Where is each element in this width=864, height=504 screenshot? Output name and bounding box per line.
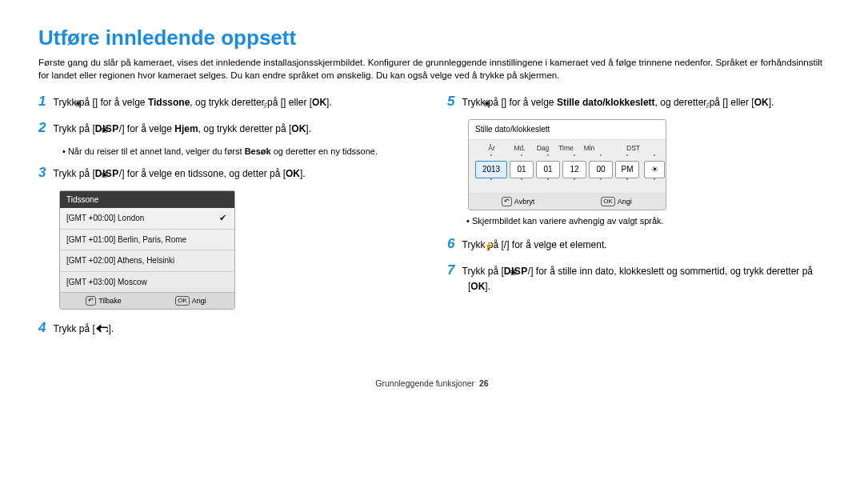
dt-hour-value: 12: [562, 161, 586, 178]
dt-year-value: 2013: [475, 161, 507, 178]
step-text: ].: [306, 123, 311, 134]
dt-title: Stille dato/klokkeslett: [469, 120, 666, 140]
dt-label: År: [475, 144, 508, 153]
ok-icon: OK: [286, 168, 300, 179]
dt-label: Time: [554, 144, 578, 153]
dt-col-month[interactable]: ˄ 01 ˅: [510, 154, 534, 185]
step-number: 3: [38, 165, 46, 180]
step-bold: Hjem: [174, 123, 198, 134]
chevron-down-icon[interactable]: ˅: [490, 178, 493, 185]
button-label: Tilbake: [98, 296, 122, 306]
step-text: , og deretter på [: [655, 97, 726, 108]
dt-col-hour[interactable]: ˄ 12 ˅: [562, 154, 586, 185]
button-label: Angi: [192, 296, 206, 306]
step-5: 5 Trykk på [❀] for å velge Stille dato/k…: [447, 93, 826, 111]
back-button[interactable]: ↶Tilbake: [60, 293, 147, 309]
dt-label: Md.: [508, 144, 531, 153]
chevron-down-icon[interactable]: ˅: [520, 178, 523, 185]
chevron-up-icon[interactable]: ˄: [653, 154, 656, 161]
step-text: ].: [769, 97, 774, 108]
chevron-down-icon[interactable]: ˅: [599, 178, 602, 185]
tz-title: Tidssone: [60, 191, 234, 209]
dt-label: Dag: [531, 144, 554, 153]
chevron-up-icon[interactable]: ˄: [520, 154, 523, 161]
footer-section: Grunnleggende funksjoner: [375, 378, 474, 388]
tz-row[interactable]: [GMT +00:00] London: [60, 208, 234, 230]
step-number: 6: [447, 236, 454, 251]
page-footer: Grunnleggende funksjoner 26: [38, 378, 826, 389]
step-number: 7: [447, 262, 454, 278]
chevron-up-icon[interactable]: ˄: [546, 154, 550, 161]
step-text: ].: [485, 281, 490, 292]
step-1: 1 Trykk på [❀] for å velge Tidssone, og …: [38, 93, 417, 111]
step-text: ] for å velge: [504, 97, 557, 108]
button-label: Avbryt: [514, 197, 534, 206]
bullet-bold: Besøk: [245, 146, 271, 156]
ok-icon: OK: [312, 97, 326, 108]
dt-day-value: 01: [536, 161, 560, 178]
chevron-up-icon[interactable]: ˄: [599, 154, 602, 161]
angi-button[interactable]: OKAngi: [567, 194, 666, 210]
dt-labels: År Md. Dag Time Min DST: [475, 144, 659, 154]
dt-col-year[interactable]: ˄ 2013 ˅: [475, 154, 507, 185]
chevron-down-icon[interactable]: ˅: [653, 178, 656, 185]
left-column: 1 Trykk på [❀] for å velge Tidssone, og …: [38, 93, 417, 346]
step-bold: Tidssone: [148, 97, 190, 108]
step-text: ] for å velge: [95, 97, 148, 108]
tz-row[interactable]: [GMT +02:00] Athens, Helsinki: [60, 250, 234, 272]
dt-ampm-value: PM: [615, 161, 639, 178]
button-label: Angi: [618, 197, 632, 206]
step-text: ].: [326, 97, 332, 108]
angi-button[interactable]: OKAngi: [147, 293, 234, 309]
step-text: , og trykk deretter på [: [198, 123, 292, 134]
note-text: Skjermbildet kan variere avhengig av val…: [472, 216, 664, 226]
dt-label: [601, 144, 624, 153]
step-text: ] for å velge: [122, 123, 174, 134]
dt-dst-value: ☀: [644, 161, 665, 178]
step-text: Trykk på [: [462, 266, 504, 277]
right-column: 5 Trykk på [❀] for å velge Stille dato/k…: [447, 93, 826, 346]
step-text: Trykk på [: [54, 168, 95, 179]
dt-col-dst[interactable]: ˄ ☀ ˅: [644, 154, 665, 185]
back-icon: ↶: [86, 296, 96, 306]
dt-col-day[interactable]: ˄ 01 ˅: [536, 154, 560, 185]
step-4: 4 Trykk på [].: [38, 319, 417, 338]
step-text: ] for å velge et element.: [506, 239, 606, 250]
step-text: Trykk på [: [54, 123, 95, 134]
step-2: 2 Trykk på [DISP/❀] for å velge Hjem, og…: [38, 119, 417, 138]
dt-col-min[interactable]: ˄ 00 ˅: [589, 154, 613, 185]
chevron-down-icon[interactable]: ˅: [573, 178, 576, 185]
bullet-post: og deretter en ny tidssone.: [271, 146, 378, 156]
step-2-bullet: • Når du reiser til et annet land, velge…: [38, 146, 417, 158]
back-icon: [95, 325, 109, 333]
chevron-down-icon[interactable]: ˅: [546, 178, 550, 185]
step-text: ] eller [: [283, 97, 312, 108]
step-number: 2: [38, 120, 46, 135]
step-bold: Stille dato/klokkeslett: [557, 97, 655, 108]
page-title: Utføre innledende oppsett: [38, 24, 826, 52]
step-text: Trykk på [: [54, 323, 95, 334]
step-3: 3 Trykk på [DISP/❀] for å velge en tidss…: [38, 164, 417, 182]
step-text: ] for å velge en tidssone, og detter på …: [122, 168, 286, 179]
back-icon: ↶: [502, 197, 512, 207]
chevron-down-icon[interactable]: ˅: [626, 178, 629, 185]
step-6: 6 Trykk på [⚡/ٷ] for å velge et element.: [447, 235, 826, 254]
footer-page-number: 26: [479, 378, 489, 388]
cancel-button[interactable]: ↶Avbryt: [469, 194, 567, 210]
chevron-up-icon[interactable]: ˄: [626, 154, 629, 161]
step-7: 7 Trykk på [DISP/❀] for å stille inn dat…: [447, 262, 826, 293]
chevron-up-icon[interactable]: ˄: [573, 154, 576, 161]
step-text: ] eller [: [726, 97, 754, 108]
bullet-pre: Når du reiser til et annet land, velger …: [68, 146, 245, 156]
step-number: 4: [38, 320, 46, 335]
ok-icon: OK: [291, 123, 306, 134]
step-number: 1: [38, 94, 46, 109]
dt-note: • Skjermbildet kan variere avhengig av v…: [447, 215, 826, 227]
tz-row[interactable]: [GMT +01:00] Berlin, Paris, Rome: [60, 230, 234, 251]
chevron-up-icon[interactable]: ˄: [490, 154, 493, 161]
ok-icon: OK: [470, 281, 485, 292]
tz-row[interactable]: [GMT +03:00] Moscow: [60, 272, 234, 293]
intro-text: Første gang du slår på kameraet, vises d…: [38, 57, 826, 82]
dt-col-ampm[interactable]: ˄ PM ˅: [615, 154, 639, 185]
dt-month-value: 01: [510, 161, 534, 178]
